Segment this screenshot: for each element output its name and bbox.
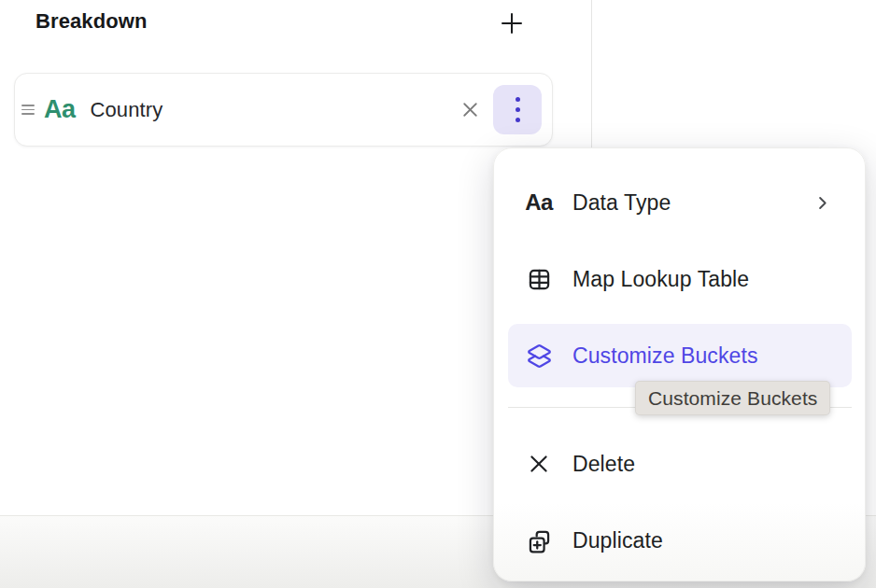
menu-item-data-type[interactable]: Aa Data Type xyxy=(508,182,852,223)
customize-buckets-tooltip: Customize Buckets xyxy=(635,381,830,415)
table-icon xyxy=(526,267,552,292)
menu-item-label: Customize Buckets xyxy=(572,343,758,369)
field-label: Country xyxy=(91,98,163,122)
x-icon xyxy=(526,452,552,476)
menu-item-label: Data Type xyxy=(572,190,671,216)
add-breakdown-button[interactable] xyxy=(494,6,530,41)
menu-item-map-lookup-table[interactable]: Map Lookup Table xyxy=(508,259,852,300)
menu-item-label: Duplicate xyxy=(572,528,663,553)
layers-icon xyxy=(526,343,552,369)
chevron-right-icon xyxy=(813,194,831,212)
aa-text-icon: Aa xyxy=(526,189,552,216)
drag-handle-icon[interactable] xyxy=(21,105,35,115)
field-options-menu: Aa Data Type Map Lookup Table xyxy=(493,147,866,581)
close-icon xyxy=(459,98,482,121)
menu-item-duplicate[interactable]: Duplicate xyxy=(508,520,852,561)
kebab-icon xyxy=(516,97,520,122)
page-title: Breakdown xyxy=(35,9,147,33)
breakdown-field-card[interactable]: Aa Country xyxy=(14,73,553,147)
tooltip-text: Customize Buckets xyxy=(648,387,817,410)
menu-item-delete[interactable]: Delete xyxy=(508,443,852,484)
panel-header: Breakdown xyxy=(35,9,540,34)
copy-plus-icon xyxy=(526,528,552,553)
plus-icon xyxy=(498,9,526,37)
text-type-icon: Aa xyxy=(44,95,76,124)
menu-item-label: Delete xyxy=(572,452,635,477)
breakdown-panel-page: Breakdown Aa Country xyxy=(0,0,876,588)
menu-item-label: Map Lookup Table xyxy=(572,267,749,292)
menu-item-customize-buckets[interactable]: Customize Buckets xyxy=(508,324,852,387)
remove-field-button[interactable] xyxy=(454,94,486,126)
field-options-button[interactable] xyxy=(493,85,542,134)
